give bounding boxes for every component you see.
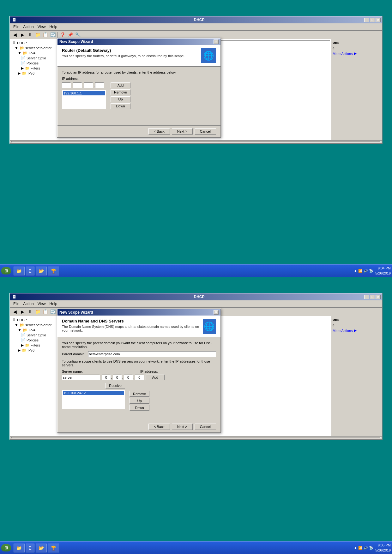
dns-side-buttons-2: Remove Up Down (130, 391, 149, 411)
server-name-input-2[interactable] (62, 375, 100, 380)
tree-server-options-label-1: Server Optio (27, 56, 46, 60)
taskbar-app-explorer-2[interactable]: 📁 (14, 544, 25, 552)
back-btn-2[interactable]: ◀ (11, 308, 18, 315)
start-btn-1[interactable]: ⊞ (1, 267, 11, 274)
taskbar-apps-1: 📁 Σ 📂 🏆 (14, 267, 354, 275)
cancel-footer-btn-2[interactable]: Cancel (195, 424, 216, 430)
icon2-1[interactable]: 📌 (67, 31, 74, 38)
window-title-1: DHCP (18, 18, 380, 22)
refresh-btn-1[interactable]: 🔄 (49, 31, 56, 38)
ip-label-2: IP address: (140, 370, 158, 373)
show-hide-btn-1[interactable]: 📁 (34, 31, 41, 38)
status-section-1 (11, 141, 381, 142)
back-footer-btn-1[interactable]: < Back (148, 128, 170, 135)
options-icon-2: 📄 (21, 333, 26, 337)
close-btn-1[interactable]: ✕ (376, 18, 381, 22)
ip-seg3-1[interactable] (84, 82, 93, 88)
ip-list-item-1[interactable]: 192.168.1.1 (63, 91, 105, 95)
add-btn-1[interactable]: Add (111, 82, 130, 88)
resolve-btn-2[interactable]: Resolve (106, 383, 125, 388)
taskbar-app-explorer-1[interactable]: 📁 (14, 267, 25, 275)
minimize-btn-1[interactable]: _ (364, 18, 369, 22)
menu-file-1[interactable]: File (11, 24, 21, 30)
dns-ip-seg1-2[interactable] (102, 375, 111, 380)
start-btn-2[interactable]: ⊞ (1, 544, 11, 551)
restore-btn-1[interactable]: □ (370, 18, 375, 22)
menu-help-2[interactable]: Help (48, 301, 59, 307)
dns-ip-seg4-2[interactable] (135, 375, 144, 380)
dns-add-btn-2[interactable]: Add (146, 375, 165, 380)
tree-ipv4-label-1: IPv4 (28, 51, 35, 55)
properties-btn-1[interactable]: 📋 (42, 31, 49, 38)
ip-label-row-1: IP address: (62, 77, 216, 81)
dns-input-row-2: . . . Add (62, 375, 216, 380)
wizard-body-2: You can specify the parent domain you wa… (57, 337, 220, 421)
taskbar-apps-2: 📁 Σ 📂 🏆 (14, 544, 354, 552)
properties-btn-2[interactable]: 📋 (42, 308, 49, 315)
dns-up-btn-2[interactable]: Up (130, 398, 149, 404)
tree-server-options-label-2: Server Optio (27, 333, 46, 337)
remove-btn-1[interactable]: Remove (111, 89, 130, 95)
dns-remove-btn-2[interactable]: Remove (130, 391, 149, 397)
ip-list-1[interactable]: 192.168.1.1 (62, 90, 106, 109)
menu-help-1[interactable]: Help (48, 24, 59, 30)
taskbar-app-sigma-1[interactable]: Σ (26, 267, 34, 275)
icon3-1[interactable]: 🔧 (74, 31, 81, 38)
dns-ip-list-2[interactable]: 192.168.247.2 (62, 390, 125, 409)
next-footer-btn-2[interactable]: Next > (172, 424, 193, 430)
time-2: 9:05 PM (375, 543, 391, 548)
down-btn-wizard-1[interactable]: Down (111, 103, 130, 109)
more-actions-label-1: More Actions (333, 52, 353, 56)
show-hide-btn-2[interactable]: 📁 (34, 308, 41, 315)
ip-seg4-1[interactable] (95, 82, 104, 88)
menu-action-2[interactable]: Action (21, 301, 35, 307)
help-icon-1[interactable]: ❓ (59, 31, 66, 38)
up-btn-2[interactable]: ⬆ (27, 308, 33, 315)
date-2: 5/26/2019 (375, 548, 391, 553)
up-btn-wizard-1[interactable]: Up (111, 96, 130, 102)
menu-action-1[interactable]: Action (21, 24, 35, 30)
dns-ip-seg3-2[interactable] (124, 375, 133, 380)
taskbar-app-folder-1[interactable]: 📂 (36, 267, 47, 275)
forward-btn-1[interactable]: ▶ (19, 31, 26, 38)
ip-seg1-1[interactable] (62, 82, 71, 88)
system-tray-2: ▲ 📶 🔊 📡 9:05 PM 5/26/2019 (354, 543, 391, 553)
next-footer-btn-1[interactable]: Next > (172, 128, 193, 135)
dns-ip-seg2-2[interactable] (113, 375, 122, 380)
status-bar-1 (10, 140, 382, 143)
taskbar-app-sigma-2[interactable]: Σ (26, 544, 34, 552)
menu-view-1[interactable]: View (36, 24, 48, 30)
dns-ip-list-item-2[interactable]: 192.168.247.2 (63, 391, 124, 395)
wizard-title-bar-1: New Scope Wizard ✕ (57, 39, 220, 45)
tree-server-label-1: server.beta-enter (25, 46, 51, 50)
taskbar-app-trophy-2[interactable]: 🏆 (48, 544, 59, 552)
cancel-footer-btn-1[interactable]: Cancel (195, 128, 216, 135)
minimize-btn-2[interactable]: _ (364, 295, 369, 299)
refresh-btn-2[interactable]: 🔄 (49, 308, 56, 315)
more-actions-2[interactable]: More Actions ▶ (333, 328, 381, 333)
restore-btn-2[interactable]: □ (370, 295, 375, 299)
screen-1: 🖥 DHCP _ □ ✕ File Action View Help ◀ ▶ ⬆ (0, 0, 392, 277)
title-bar-2: 🖥 DHCP _ □ ✕ (10, 293, 382, 300)
menu-view-2[interactable]: View (36, 301, 48, 307)
close-btn-2[interactable]: ✕ (376, 295, 381, 299)
menu-file-2[interactable]: File (11, 301, 21, 307)
ipv4-icon-1: 📂 (23, 51, 27, 55)
wizard-close-btn-2[interactable]: ✕ (214, 310, 219, 315)
back-btn-1[interactable]: ◀ (11, 31, 18, 38)
ip-label-1: IP address: (62, 77, 79, 81)
taskbar-1: ⊞ 📁 Σ 📂 🏆 ▲ 📶 🔊 📡 9:04 PM 5/26/2019 (0, 264, 392, 277)
dns-dot3-2: . (133, 376, 134, 379)
wizard-close-btn-1[interactable]: ✕ (214, 39, 219, 44)
parent-domain-input-2[interactable] (88, 351, 216, 357)
forward-btn-2[interactable]: ▶ (19, 308, 26, 315)
ip-seg2-1[interactable] (73, 82, 82, 88)
taskbar-app-trophy-1[interactable]: 🏆 (48, 267, 59, 275)
more-actions-1[interactable]: More Actions ▶ (333, 51, 381, 56)
taskbar-app-folder-2[interactable]: 📂 (36, 544, 47, 552)
back-footer-btn-2[interactable]: < Back (148, 424, 170, 430)
dns-down-btn-2[interactable]: Down (130, 405, 149, 411)
wizard-title-text-2: New Scope Wizard (59, 310, 93, 315)
up-btn-1[interactable]: ⬆ (27, 31, 33, 38)
tree-ipv4-label-2: IPv4 (28, 328, 35, 332)
